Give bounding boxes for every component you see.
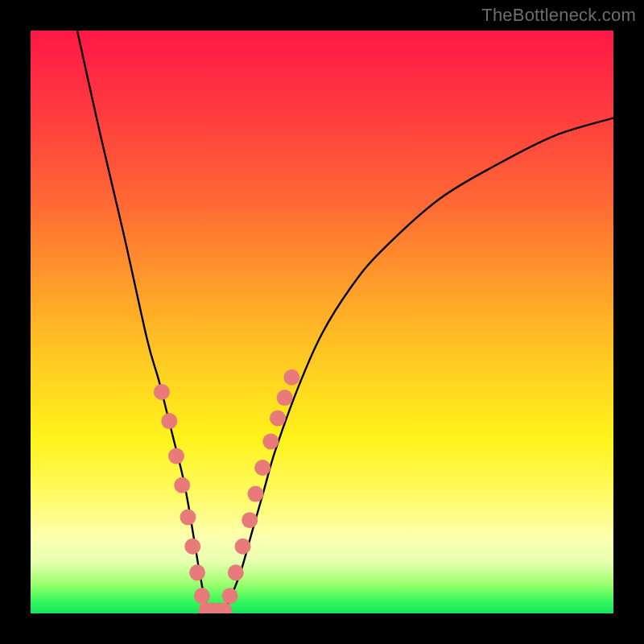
chart-svg bbox=[31, 31, 613, 613]
curve-marker bbox=[161, 413, 177, 429]
curve-marker bbox=[154, 384, 170, 400]
curve-marker bbox=[283, 369, 299, 386]
curve-marker bbox=[228, 564, 244, 580]
bottleneck-curve bbox=[77, 31, 613, 613]
curve-marker bbox=[270, 410, 286, 426]
curve-marker bbox=[174, 477, 190, 493]
curve-marker bbox=[184, 539, 200, 555]
curve-marker bbox=[254, 460, 270, 476]
curve-marker bbox=[189, 564, 205, 580]
curve-marker bbox=[242, 512, 258, 528]
curve-marker bbox=[235, 539, 251, 555]
curve-marker bbox=[180, 510, 196, 526]
curve-marker bbox=[194, 588, 210, 604]
curve-marker bbox=[222, 588, 238, 604]
curve-marker bbox=[262, 433, 279, 449]
curve-marker bbox=[277, 390, 293, 406]
curve-marker bbox=[168, 448, 184, 464]
curve-markers bbox=[154, 369, 299, 613]
watermark-text: TheBottleneck.com bbox=[481, 5, 636, 26]
chart-frame: TheBottleneck.com bbox=[0, 0, 644, 644]
curve-marker bbox=[247, 486, 263, 502]
